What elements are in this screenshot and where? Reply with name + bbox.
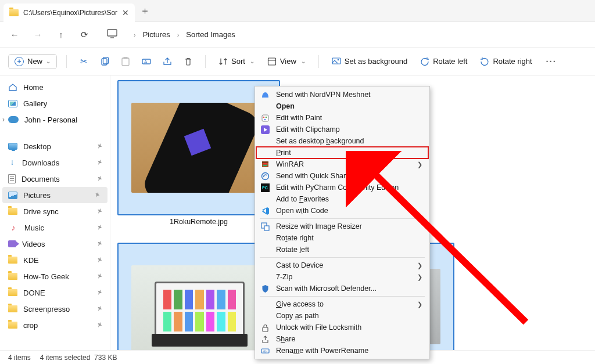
context-menu-item[interactable]: Edit with Paint: [256, 112, 428, 124]
context-menu-item[interactable]: Share: [256, 333, 428, 345]
pin-icon: [95, 288, 103, 297]
divider: [66, 55, 67, 68]
sidebar-gallery[interactable]: Gallery: [0, 95, 110, 111]
sidebar-item-videos[interactable]: Videos: [0, 236, 110, 252]
divider: [205, 55, 206, 68]
paste-button[interactable]: [118, 54, 133, 69]
context-menu-item[interactable]: Open with Code: [256, 205, 428, 217]
sidebar-onedrive[interactable]: John - Personal: [0, 111, 110, 128]
context-menu-item[interactable]: Unlock with File Locksmith: [256, 322, 428, 333]
back-button[interactable]: ←: [8, 30, 21, 39]
sidebar-item-desktop[interactable]: Desktop: [0, 138, 110, 154]
context-menu-item[interactable]: Rotate right: [256, 232, 428, 244]
context-menu-item[interactable]: Rotate left: [256, 244, 428, 255]
context-menu-item[interactable]: Add to Favorites: [256, 193, 428, 205]
sidebar-label: Screenpresso: [23, 305, 70, 313]
pin-icon: [95, 255, 103, 264]
status-selected: 4 items selected: [40, 354, 91, 362]
sidebar-item-crop[interactable]: crop: [0, 317, 110, 333]
pin-icon: [95, 207, 103, 215]
rename-button[interactable]: A: [139, 54, 154, 69]
delete-button[interactable]: [181, 54, 196, 69]
blank-icon: [260, 194, 270, 204]
breadcrumb[interactable]: › Pictures › Sorted Images: [134, 30, 235, 39]
lock-icon: [260, 322, 270, 333]
sidebar-label: Videos: [22, 240, 45, 248]
winrar-icon: [260, 159, 270, 170]
rotate-left-button[interactable]: Rotate left: [417, 55, 471, 69]
context-menu-separator: [260, 296, 425, 297]
breadcrumb-seg[interactable]: Pictures: [143, 30, 170, 39]
context-menu-item[interactable]: Open: [256, 100, 428, 112]
context-menu-item[interactable]: Resize with Image Resizer: [256, 221, 428, 232]
context-menu-item[interactable]: Print: [256, 147, 428, 158]
view-button[interactable]: View ⌄: [264, 55, 309, 69]
context-menu-label: Open with Code: [276, 207, 422, 215]
more-button[interactable]: ···: [544, 54, 559, 69]
svg-rect-19: [263, 163, 267, 164]
sidebar-item-music[interactable]: ♪Music: [0, 219, 110, 236]
svg-rect-25: [264, 226, 269, 230]
folder-icon: [8, 305, 17, 312]
svg-rect-18: [262, 161, 268, 163]
sidebar-label: Documents: [21, 175, 60, 183]
vscode-icon: [260, 206, 270, 216]
pin-icon: [95, 158, 103, 167]
context-menu-label: 7-Zip: [276, 273, 411, 281]
share-button[interactable]: [160, 54, 175, 69]
new-button[interactable]: + New ⌄: [8, 54, 57, 69]
context-menu-item[interactable]: WinRAR❯: [256, 158, 428, 170]
pin-icon: [95, 320, 103, 329]
tab-title: C:\Users\Equinox\Pictures\Sor: [23, 9, 117, 17]
toolbar: + New ⌄ ✂ A Sort ⌄ View ⌄ Set as backgro…: [0, 48, 595, 75]
window-tab[interactable]: C:\Users\Equinox\Pictures\Sor ✕: [3, 3, 135, 22]
context-menu-item[interactable]: Scan with Microsoft Defender...: [256, 283, 428, 294]
sidebar-label: John - Personal: [24, 116, 77, 124]
cut-button[interactable]: ✂: [76, 54, 91, 69]
sidebar-item-how-to-geek[interactable]: How-To Geek: [0, 268, 110, 284]
blank-icon: [260, 233, 270, 243]
blank-icon: [260, 299, 270, 309]
monitor-icon[interactable]: [106, 29, 119, 40]
sidebar-label: Drive sync: [23, 207, 59, 216]
copy-button[interactable]: [97, 54, 112, 69]
sidebar-item-done[interactable]: DONE: [0, 284, 110, 301]
up-button[interactable]: ↑: [55, 30, 67, 39]
pin-icon: [95, 239, 103, 248]
chevron-right-icon: ❯: [417, 161, 422, 168]
folder-icon: [8, 208, 17, 215]
context-menu-item[interactable]: Set as desktop background: [256, 135, 428, 147]
context-menu-item[interactable]: Cast to Device❯: [256, 260, 428, 271]
context-menu: Send with NordVPN MeshnetOpenEdit with P…: [255, 86, 430, 359]
sidebar-item-documents[interactable]: Documents: [0, 171, 110, 187]
downloads-icon: [8, 158, 16, 167]
new-tab-button[interactable]: ＋: [135, 4, 155, 17]
svg-point-11: [338, 59, 339, 60]
context-menu-item[interactable]: Copy as path: [256, 310, 428, 322]
rotate-right-button[interactable]: Rotate right: [476, 55, 535, 69]
breadcrumb-seg[interactable]: Sorted Images: [186, 30, 235, 39]
context-menu-item[interactable]: Send with NordVPN Meshnet: [256, 89, 428, 100]
blank-icon: [260, 101, 270, 111]
sidebar-item-screenpresso[interactable]: Screenpresso: [0, 301, 110, 317]
sidebar-home[interactable]: Home: [0, 79, 110, 95]
svg-rect-0: [107, 30, 117, 36]
forward-button[interactable]: →: [31, 30, 44, 39]
sidebar-item-pictures[interactable]: Pictures: [2, 187, 107, 203]
sidebar-item-downloads[interactable]: Downloads: [0, 154, 110, 171]
context-menu-item[interactable]: Send with Quick Share: [256, 170, 428, 182]
context-menu-item[interactable]: abRename with PowerRename: [256, 345, 428, 356]
sort-button[interactable]: Sort ⌄: [215, 55, 258, 69]
context-menu-item[interactable]: 7-Zip❯: [256, 271, 428, 283]
sidebar-item-kde[interactable]: KDE: [0, 252, 110, 268]
set-background-button[interactable]: Set as background: [328, 55, 411, 69]
svg-point-14: [265, 116, 267, 118]
refresh-button[interactable]: ⟳: [78, 30, 91, 40]
close-tab-icon[interactable]: ✕: [122, 8, 129, 17]
pin-icon: [95, 142, 103, 150]
sidebar-item-drive-sync[interactable]: Drive sync: [0, 203, 110, 219]
rotate-right-label: Rotate right: [493, 57, 532, 66]
context-menu-item[interactable]: PCEdit with PyCharm Community Edition: [256, 182, 428, 193]
context-menu-item[interactable]: Edit with Clipchamp: [256, 124, 428, 135]
context-menu-item[interactable]: Give access to❯: [256, 298, 428, 310]
